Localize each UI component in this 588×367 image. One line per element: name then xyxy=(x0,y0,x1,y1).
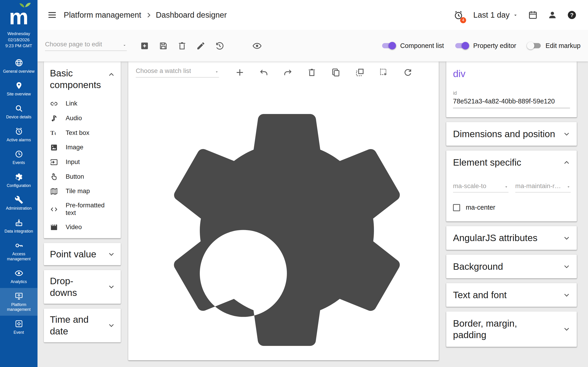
mango-logo[interactable]: m xyxy=(0,0,37,30)
ma-center-row: ma-center xyxy=(453,204,571,211)
preview-button[interactable] xyxy=(252,41,262,50)
section-angularjs-attributes[interactable]: AngularJS attributes xyxy=(446,226,577,250)
map-icon xyxy=(50,187,58,195)
breadcrumb: Platform management Dashboard designer xyxy=(64,10,227,19)
section-border-margin-padding[interactable]: Border, margin, padding xyxy=(446,311,577,347)
component-text-box[interactable]: Text box xyxy=(50,125,115,140)
component-audio[interactable]: Audio xyxy=(50,111,115,125)
sidebar-item-active-alarms[interactable]: Active alarms xyxy=(0,123,37,146)
chevron-right-icon xyxy=(145,11,152,19)
select-area-button[interactable] xyxy=(379,68,389,77)
plus-icon xyxy=(235,68,245,77)
section-title: AngularJS attributes xyxy=(453,232,560,244)
text-format-icon xyxy=(50,129,58,137)
breadcrumb-platform-management[interactable]: Platform management xyxy=(64,10,141,19)
header-actions: 4 Last 1 day xyxy=(453,10,577,20)
paste-button[interactable] xyxy=(355,68,364,77)
component-tile-map[interactable]: Tile map xyxy=(50,184,115,199)
sidebar: m Wednesday 02/18/2026 9:23 PM GMT Gener… xyxy=(0,0,37,367)
save-page-button[interactable] xyxy=(159,41,168,50)
sidebar-item-event[interactable]: Event xyxy=(0,316,37,339)
top-header: Platform management Dashboard designer 4… xyxy=(37,0,588,30)
pencil-icon xyxy=(196,41,206,50)
sidebar-item-site-overview[interactable]: Site overview xyxy=(0,77,37,100)
section-background[interactable]: Background xyxy=(446,255,577,278)
user-icon[interactable] xyxy=(548,10,557,20)
calendar-icon[interactable] xyxy=(528,10,538,20)
delete-component-button[interactable] xyxy=(307,68,317,77)
help-icon[interactable] xyxy=(567,10,577,20)
section-title: Time and date xyxy=(50,314,99,337)
clock-icon xyxy=(15,150,23,158)
sidebar-item-events[interactable]: Events xyxy=(0,146,37,169)
redo-icon xyxy=(283,68,293,77)
sidebar-item-device-details[interactable]: Device details xyxy=(0,100,37,123)
component-button[interactable]: Button xyxy=(50,169,115,184)
section-title: Background xyxy=(453,261,560,272)
section-element-specific: Element specific ma-scale-to ma-maintain… xyxy=(446,150,577,221)
data-integration-icon xyxy=(15,218,23,227)
reorder-button[interactable] xyxy=(233,41,243,50)
settings-gear-icon xyxy=(142,85,432,367)
section-text-and-font[interactable]: Text and font xyxy=(446,283,577,307)
section-time-and-date[interactable]: Time and date xyxy=(44,309,121,342)
component-list-toggle[interactable]: Component list xyxy=(382,42,444,50)
delete-page-button[interactable] xyxy=(177,41,187,50)
copy-button[interactable] xyxy=(331,68,341,77)
scale-to-select[interactable]: ma-scale-to xyxy=(453,182,509,192)
undo-button[interactable] xyxy=(259,68,268,77)
search-icon xyxy=(15,104,23,113)
section-point-value[interactable]: Point value xyxy=(44,243,121,265)
component-image[interactable]: Image xyxy=(50,140,115,155)
redo-button[interactable] xyxy=(283,68,293,77)
id-field-label: id xyxy=(453,90,570,96)
chevron-down-icon xyxy=(562,234,571,242)
component-link[interactable]: Link xyxy=(50,96,115,111)
section-dimensions-position[interactable]: Dimensions and position xyxy=(446,122,577,146)
date-value: 02/18/2026 xyxy=(0,37,37,43)
chevron-down-icon xyxy=(215,70,219,74)
component-preformatted-text[interactable]: Pre-formatted text xyxy=(50,198,115,220)
canvas-settings-button[interactable] xyxy=(142,85,432,367)
page-select[interactable]: Choose page to edit xyxy=(45,41,127,51)
section-basic-components: Basic components Link Audio xyxy=(44,61,121,238)
toggle-switch xyxy=(527,43,541,48)
time-range-select[interactable]: Last 1 day xyxy=(473,10,519,19)
workspace: Basic components Link Audio xyxy=(37,61,588,367)
section-drop-downs[interactable]: Drop-downs xyxy=(44,270,121,304)
refresh-button[interactable] xyxy=(403,68,413,77)
monitor-gear-icon xyxy=(15,292,23,300)
watch-list-select[interactable]: Choose a watch list xyxy=(136,67,219,77)
element-identity-card: div id 78e521a3-4a82-40bb-889f-59e120 xyxy=(446,61,577,117)
trash-icon xyxy=(177,41,187,50)
sidebar-item-general-overview[interactable]: General overview xyxy=(0,55,37,77)
ma-center-checkbox[interactable] xyxy=(453,204,460,211)
menu-icon[interactable] xyxy=(47,10,57,20)
element-id-field[interactable]: 78e521a3-4a82-40bb-889f-59e120 xyxy=(453,97,570,108)
chevron-up-icon[interactable] xyxy=(562,158,571,167)
new-page-button[interactable] xyxy=(140,41,149,50)
active-alarms-button[interactable]: 4 xyxy=(453,10,464,20)
edit-markup-toggle[interactable]: Edit markup xyxy=(527,42,581,50)
movie-icon xyxy=(50,223,58,231)
edit-page-button[interactable] xyxy=(196,41,206,50)
section-title: Point value xyxy=(50,248,105,260)
designer-toolbar: Choose page to edit Component list Prope… xyxy=(37,30,588,61)
sidebar-item-configuration[interactable]: Configuration xyxy=(0,169,37,192)
sidebar-item-administration[interactable]: Administration xyxy=(0,192,37,215)
sidebar-item-analytics[interactable]: Analytics xyxy=(0,265,37,288)
logo-leaves-icon xyxy=(19,2,31,8)
sidebar-item-platform-management[interactable]: Platform management xyxy=(0,288,37,316)
chevron-down-icon xyxy=(513,12,518,18)
property-editor-toggle[interactable]: Property editor xyxy=(455,42,516,50)
sidebar-item-access-management[interactable]: Access management xyxy=(0,237,37,265)
revision-history-button[interactable] xyxy=(215,41,225,50)
date-weekday: Wednesday xyxy=(0,31,37,37)
chevron-up-icon[interactable] xyxy=(107,70,115,79)
toggle-switch xyxy=(455,43,468,48)
component-input[interactable]: Input xyxy=(50,155,115,169)
maintain-ratio-select[interactable]: ma-maintain-ratio xyxy=(515,182,571,192)
sidebar-item-data-integration[interactable]: Data integration xyxy=(0,215,37,238)
add-component-button[interactable] xyxy=(235,68,245,77)
component-video[interactable]: Video xyxy=(50,220,115,234)
